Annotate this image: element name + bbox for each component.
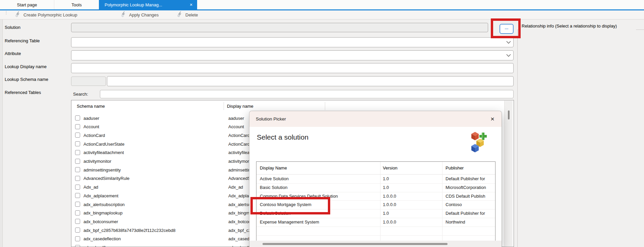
solution-field[interactable] — [71, 23, 488, 32]
solution-row[interactable]: Active Solution1.0Default Publisher for — [256, 175, 495, 183]
row-separator — [256, 192, 495, 192]
referenced-tables-label: Referenced Tables — [5, 90, 41, 95]
display-name-cell: aaduser — [228, 116, 244, 121]
version-column-header[interactable]: Version — [383, 165, 397, 170]
solution-name-cell: Expense Management System — [260, 219, 319, 225]
row-checkbox[interactable] — [75, 176, 80, 181]
row-checkbox[interactable] — [75, 159, 80, 164]
tab-tools[interactable]: Tools — [54, 0, 99, 9]
row-checkbox[interactable] — [75, 228, 80, 233]
row-checkbox[interactable] — [75, 133, 80, 138]
solution-publisher-cell: MicrosoftCorporation — [446, 185, 486, 190]
solution-publisher-cell: Contoso — [446, 202, 462, 207]
attribute-combobox[interactable] — [71, 50, 514, 60]
highlight-box-browse-button — [491, 18, 521, 38]
referencing-table-combobox[interactable] — [71, 37, 514, 47]
app-window: Start page Tools Polymorphic Lookup Mana… — [0, 0, 644, 247]
schema-name-cell: activityfileattachment — [83, 150, 124, 155]
row-separator — [256, 227, 495, 227]
lookup-schema-prefix-box — [71, 77, 106, 86]
delete-button[interactable]: Delete — [177, 10, 198, 19]
row-checkbox[interactable] — [75, 219, 80, 224]
row-checkbox[interactable] — [75, 210, 80, 215]
apply-changes-button[interactable]: Apply Changes — [120, 10, 159, 19]
search-input[interactable] — [100, 90, 514, 98]
schema-name-cell: ActionCard — [83, 133, 105, 138]
solution-cubes-icon — [471, 131, 487, 153]
solution-row[interactable]: Basic Solution1.0MicrosoftCorporation — [256, 183, 495, 192]
row-checkbox[interactable] — [75, 141, 80, 146]
display-name-column-header[interactable]: Display Name — [260, 165, 287, 170]
row-checkbox[interactable] — [75, 185, 80, 190]
row-separator — [256, 235, 495, 236]
schema-name-column-header[interactable]: Schema name — [77, 104, 105, 109]
tab-polymorphic-lookup-manager[interactable]: Polymorphic Lookup Manag... ✕ — [99, 0, 197, 9]
close-dialog-icon[interactable]: ✕ — [488, 115, 497, 124]
publisher-column-header[interactable]: Publisher — [446, 165, 464, 170]
schema-name-cell: aaduser — [83, 116, 99, 121]
row-checkbox[interactable] — [75, 167, 80, 172]
chevron-down-icon[interactable] — [506, 41, 511, 44]
display-name-cell: Account — [228, 124, 244, 129]
close-tab-icon[interactable]: ✕ — [188, 2, 194, 7]
tab-start-page[interactable]: Start page — [0, 0, 54, 9]
dialog-horizontal-scrollbar[interactable] — [249, 241, 502, 247]
display-name-column-header[interactable]: Display name — [227, 104, 253, 109]
solution-picker-dialog: Solution Picker ✕ Select a solution — [249, 111, 502, 247]
search-label: Search: — [73, 90, 88, 98]
schema-name-cell: adminsettingsentity — [83, 167, 121, 172]
row-checkbox[interactable] — [75, 115, 80, 120]
solution-publisher-cell: Default Publisher for — [446, 176, 485, 181]
schema-name-cell: Adx_ad — [83, 185, 98, 190]
lightning-plus-icon — [15, 11, 21, 18]
schema-name-cell: AdvancedSimilarityRule — [83, 176, 129, 181]
row-checkbox[interactable] — [75, 202, 80, 207]
chevron-down-icon[interactable] — [506, 54, 511, 57]
dialog-titlebar[interactable]: Solution Picker ✕ — [249, 111, 502, 127]
horizontal-scrollbar-thumb[interactable] — [262, 243, 448, 245]
schema-name-cell: adx_casedeflection — [83, 236, 121, 241]
schema-name-cell: adx_alertsubscription — [83, 202, 125, 207]
row-checkbox[interactable] — [75, 193, 80, 198]
lookup-display-name-input[interactable] — [71, 63, 514, 73]
solution-publisher-cell: Northwind — [446, 219, 465, 225]
row-checkbox[interactable] — [75, 124, 80, 129]
schema-name-cell: activitymonitor — [83, 159, 111, 164]
column-divider[interactable] — [325, 102, 325, 110]
lightning-arrow-icon — [120, 11, 127, 18]
column-divider[interactable] — [224, 102, 224, 110]
lookup-schema-name-input[interactable] — [107, 76, 514, 86]
schema-name-cell: adx_bingmaplookup — [83, 210, 122, 215]
solution-row[interactable]: Expense Management System1.0.0.0Northwin… — [256, 218, 495, 227]
groupbox-border — [636, 30, 644, 30]
toolbar: ⋮ Create Polymorphic Lookup Apply Change… — [0, 10, 644, 19]
schema-name-cell: adx_cloudflowconsumer — [83, 245, 130, 247]
groupbox-border — [517, 30, 518, 247]
display-name-cell: ActionCard — [228, 133, 250, 138]
left-edge-strip — [0, 19, 3, 247]
solution-version-cell: 1.0 — [383, 211, 389, 216]
solution-version-cell: 1.0 — [383, 176, 389, 181]
schema-name-cell: adx_botconsumer — [83, 219, 118, 224]
solution-version-cell: 1.0.0.0 — [383, 202, 396, 207]
relationship-info-group-title: Relationship info (Select a relationship… — [522, 23, 617, 29]
row-checkbox[interactable] — [75, 150, 80, 155]
solution-name-cell: Active Solution — [260, 176, 289, 181]
attribute-label: Attribute — [5, 51, 21, 56]
create-polymorphic-lookup-button[interactable]: Create Polymorphic Lookup — [15, 10, 77, 19]
schema-name-cell: ActionCardUserState — [83, 142, 124, 147]
dialog-heading: Select a solution — [257, 133, 308, 141]
schema-name-cell: Adx_adplacement — [83, 193, 118, 198]
vertical-scrollbar-thumb[interactable] — [508, 110, 510, 119]
vertical-scrollbar[interactable] — [504, 101, 513, 246]
lookup-display-name-label: Lookup Display name — [5, 64, 47, 69]
row-checkbox[interactable] — [75, 236, 80, 241]
row-checkbox[interactable] — [75, 245, 80, 247]
solution-label: Solution — [5, 25, 20, 30]
referencing-table-label: Referencing Table — [5, 38, 40, 43]
solution-publisher-cell: CDS Default Publish — [446, 194, 485, 199]
solution-name-cell: Basic Solution — [260, 185, 287, 190]
solution-version-cell: 1.0.0.0 — [383, 219, 396, 225]
toolbar-grip-handle[interactable]: ⋮ — [4, 12, 5, 18]
schema-name-cell: Account — [83, 124, 99, 129]
